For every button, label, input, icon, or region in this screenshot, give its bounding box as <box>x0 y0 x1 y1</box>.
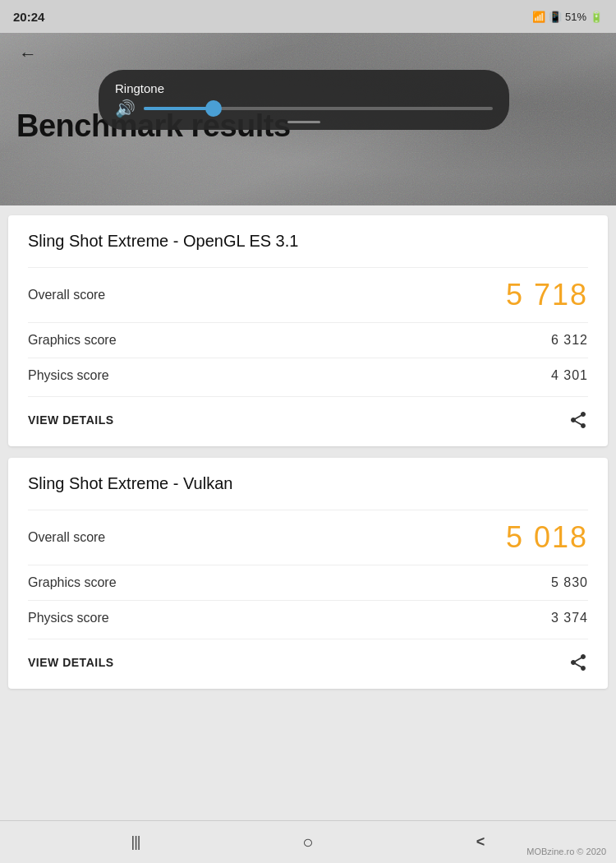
physics-score-row-vulkan: Physics score 3 374 <box>28 600 588 635</box>
share-icon-opengl[interactable] <box>568 410 588 430</box>
volume-fill <box>144 107 214 110</box>
bench-title-opengl: Sling Shot Extreme - OpenGL ES 3.1 <box>28 232 588 251</box>
view-details-vulkan[interactable]: VIEW DETAILS <box>28 656 114 669</box>
card-footer-vulkan: VIEW DETAILS <box>28 639 588 672</box>
back-nav-icon: < <box>476 833 485 851</box>
overall-label-vulkan: Overall score <box>28 530 105 545</box>
physics-value-opengl: 4 301 <box>551 368 588 383</box>
volume-track[interactable] <box>144 107 493 110</box>
bench-card-vulkan: Sling Shot Extreme - Vulkan Overall scor… <box>8 458 608 689</box>
battery-percent: 51% <box>565 11 586 23</box>
watermark: MOBzine.ro © 2020 <box>526 847 606 856</box>
header-area: ← Ringtone 🔊 Benchmark results <box>0 33 616 205</box>
status-time: 20:24 <box>13 10 44 24</box>
physics-label-vulkan: Physics score <box>28 611 109 625</box>
view-details-opengl[interactable]: VIEW DETAILS <box>28 413 114 427</box>
back-button[interactable]: ← <box>13 39 43 69</box>
physics-label-opengl: Physics score <box>28 368 109 383</box>
ringtone-popup: Ringtone 🔊 <box>99 70 509 130</box>
graphics-score-row-opengl: Graphics score 6 312 <box>28 322 588 358</box>
graphics-value-opengl: 6 312 <box>551 333 588 348</box>
battery-icon: 🔋 <box>590 11 603 23</box>
status-bar: 20:24 📶 📳 51% 🔋 <box>0 0 616 33</box>
volume-row: 🔊 <box>115 99 493 118</box>
graphics-score-row-vulkan: Graphics score 5 830 <box>28 565 588 600</box>
physics-value-vulkan: 3 374 <box>551 611 588 625</box>
wifi-icon: 📶 <box>532 11 545 23</box>
bottom-navigation: ||| ○ < <box>0 820 616 863</box>
popup-handle <box>287 121 320 123</box>
overall-value-opengl: 5 718 <box>506 278 588 312</box>
status-icons: 📶 📳 51% 🔋 <box>532 11 603 23</box>
card-footer-opengl: VIEW DETAILS <box>28 396 588 430</box>
overall-label-opengl: Overall score <box>28 288 105 302</box>
bench-title-vulkan: Sling Shot Extreme - Vulkan <box>28 474 588 493</box>
nav-recent-button[interactable]: ||| <box>117 824 154 861</box>
graphics-label-opengl: Graphics score <box>28 333 117 348</box>
back-arrow-icon: ← <box>19 44 37 65</box>
content-area: Sling Shot Extreme - OpenGL ES 3.1 Overa… <box>0 205 616 700</box>
overall-value-vulkan: 5 018 <box>506 520 588 555</box>
ringtone-label: Ringtone <box>115 81 493 95</box>
nav-back-button[interactable]: < <box>462 824 499 861</box>
signal-icon: 📳 <box>549 11 562 23</box>
overall-score-row-opengl: Overall score 5 718 <box>28 267 588 322</box>
graphics-label-vulkan: Graphics score <box>28 575 117 590</box>
overall-score-row-vulkan: Overall score 5 018 <box>28 510 588 565</box>
physics-score-row-opengl: Physics score 4 301 <box>28 358 588 393</box>
volume-knob <box>205 100 222 117</box>
bench-card-opengl: Sling Shot Extreme - OpenGL ES 3.1 Overa… <box>8 215 608 446</box>
recent-icon: ||| <box>131 833 140 851</box>
nav-home-button[interactable]: ○ <box>290 824 326 861</box>
graphics-value-vulkan: 5 830 <box>551 575 588 590</box>
home-icon: ○ <box>302 832 313 853</box>
volume-icon: 🔊 <box>115 99 136 118</box>
ringtone-content: Ringtone 🔊 <box>115 81 493 118</box>
share-icon-vulkan[interactable] <box>568 653 588 672</box>
